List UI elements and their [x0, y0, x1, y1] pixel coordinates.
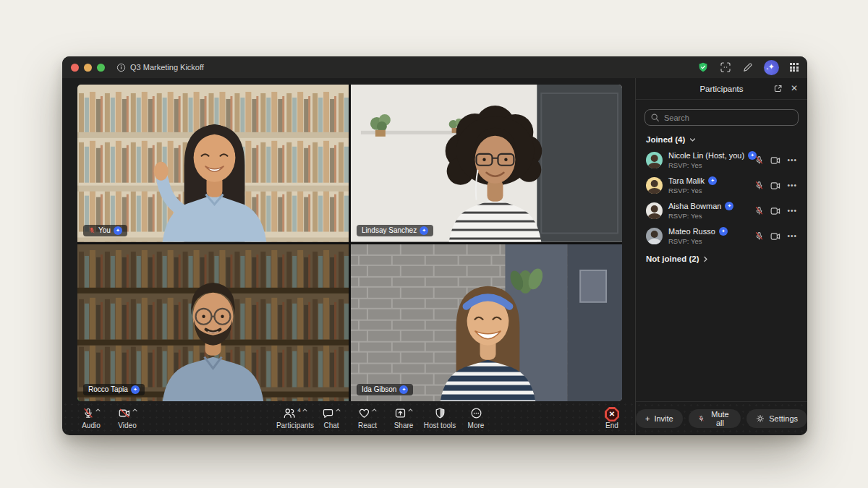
participant-info: Tara Malik✦ RSVP: Yes — [668, 176, 749, 194]
name-tag: Rocco Tapia ✦ — [83, 384, 145, 395]
workspace-badge-icon: ✦ — [131, 385, 140, 394]
main-area: You ✦ — [62, 78, 635, 435]
popout-icon[interactable] — [773, 84, 783, 95]
video-scene-bookshelf-dark — [77, 244, 349, 402]
video-label: Video — [118, 421, 136, 429]
host-tools-label: Host tools — [424, 421, 456, 429]
traffic-light-zoom[interactable] — [97, 64, 105, 72]
more-options-icon[interactable]: ••• — [787, 181, 797, 189]
settings-button[interactable]: Settings — [746, 409, 807, 428]
ai-companion-icon[interactable]: ✦ ✦ — [764, 60, 779, 75]
camera-icon[interactable] — [770, 181, 780, 190]
audio-label: Audio — [82, 421, 101, 429]
capture-icon[interactable] — [720, 61, 731, 73]
participant-row: Mateo Russo✦ RSVP: Yes ••• — [636, 223, 807, 249]
video-grid: You ✦ — [77, 85, 622, 401]
apps-grid-icon[interactable] — [790, 63, 799, 72]
muted-mic-icon[interactable] — [754, 181, 764, 190]
camera-icon[interactable] — [770, 156, 780, 165]
search-box — [644, 109, 799, 126]
rsvp-status: RSVP: Yes — [668, 161, 749, 169]
more-button[interactable]: More — [459, 406, 493, 431]
workspace-badge-icon: ✦ — [725, 202, 733, 210]
more-options-icon[interactable]: ••• — [787, 232, 797, 240]
chevron-up-icon[interactable] — [372, 408, 377, 412]
window-body: You ✦ — [62, 78, 807, 435]
share-label: Share — [394, 421, 414, 429]
participant-name-label: Lindsay Sanchez — [362, 226, 417, 235]
participant-controls: ••• — [754, 155, 797, 165]
participants-label: Participants — [276, 421, 314, 429]
chat-label: Chat — [323, 421, 339, 429]
security-shield-icon[interactable] — [697, 61, 709, 73]
chevron-up-icon[interactable] — [132, 408, 137, 412]
muted-mic-icon — [82, 407, 94, 419]
participant-info: Mateo Russo✦ RSVP: Yes — [668, 227, 749, 245]
name-tag: You ✦ — [83, 225, 127, 236]
invite-label: Invite — [654, 414, 673, 423]
traffic-light-minimize[interactable] — [84, 64, 92, 72]
workspace-badge-icon: ✦ — [420, 226, 428, 235]
workspace-badge-icon: ✦ — [719, 227, 728, 236]
video-tile-ida[interactable]: Ida Gibson ✦ — [351, 244, 622, 402]
video-button[interactable]: Video — [110, 406, 145, 431]
camera-icon[interactable] — [770, 207, 780, 215]
chevron-up-icon[interactable] — [408, 408, 413, 412]
toolbar-center-group: 4 Participants Chat — [278, 406, 493, 431]
more-options-icon[interactable]: ••• — [787, 207, 797, 215]
annotate-pencil-icon[interactable] — [742, 62, 753, 73]
react-button[interactable]: React — [350, 406, 385, 431]
video-tile-rocco[interactable]: Rocco Tapia ✦ — [77, 244, 349, 402]
participant-list: Nicole Lin (Host, you)✦ RSVP: Yes ••• Ta… — [636, 147, 807, 249]
workspace-badge-icon: ✦ — [399, 385, 408, 394]
close-icon[interactable]: ✕ — [791, 83, 798, 93]
participant-controls: ••• — [754, 231, 797, 241]
invite-button[interactable]: + Invite — [636, 409, 683, 428]
muted-mic-icon[interactable] — [754, 231, 764, 241]
camera-icon[interactable] — [770, 232, 780, 241]
more-options-icon[interactable]: ••• — [787, 156, 797, 164]
share-button[interactable]: Share — [386, 406, 421, 431]
end-meeting-button[interactable]: ✕ End — [595, 406, 629, 431]
participant-controls: ••• — [754, 206, 797, 215]
muted-mic-icon[interactable] — [754, 206, 764, 215]
chevron-right-icon — [703, 256, 708, 262]
titlebar-actions: ✦ ✦ — [697, 60, 799, 75]
participants-button[interactable]: 4 Participants — [278, 406, 312, 431]
not-joined-section-header[interactable]: Not joined (2) — [646, 254, 797, 263]
joined-header-label: Joined (4) — [646, 135, 685, 144]
name-tag: Lindsay Sanchez ✦ — [357, 225, 433, 236]
video-tile-lindsay[interactable]: Lindsay Sanchez ✦ — [351, 85, 622, 242]
chevron-up-icon[interactable] — [336, 408, 341, 412]
video-off-icon — [118, 407, 131, 419]
end-octagon-icon: ✕ — [605, 407, 619, 421]
more-ellipsis-icon — [470, 407, 482, 419]
chat-button[interactable]: Chat — [314, 406, 349, 431]
video-tile-you[interactable]: You ✦ — [77, 85, 349, 242]
participants-icon — [283, 407, 296, 419]
meeting-window: Q3 Marketing Kickoff ✦ ✦ — [62, 56, 807, 435]
rsvp-status: RSVP: Yes — [668, 187, 749, 194]
mute-all-button[interactable]: Mute all — [689, 409, 741, 428]
audio-button[interactable]: Audio — [74, 406, 109, 431]
joined-section-header[interactable]: Joined (4) — [646, 135, 797, 144]
muted-mic-icon[interactable] — [754, 155, 764, 165]
heart-icon — [358, 407, 370, 419]
host-tools-button[interactable]: Host tools — [422, 406, 457, 431]
chevron-up-icon[interactable] — [302, 408, 307, 412]
participant-name-label: Rocco Tapia — [88, 385, 128, 394]
workspace-badge-icon: ✦ — [114, 226, 122, 235]
traffic-light-close[interactable] — [71, 64, 79, 72]
avatar — [646, 152, 663, 168]
participants-panel: Participants ✕ Joined (4) Nicole Lin (Ho — [635, 78, 807, 435]
search-input[interactable] — [644, 109, 799, 126]
participant-controls: ••• — [754, 181, 797, 190]
info-icon[interactable] — [116, 63, 126, 72]
meeting-title: Q3 Marketing Kickoff — [130, 63, 204, 72]
participant-name-label: You — [98, 226, 111, 235]
video-scene-brick-wall — [351, 244, 622, 402]
more-label: More — [468, 421, 485, 429]
chevron-up-icon[interactable] — [95, 408, 101, 412]
participant-name-label: Ida Gibson — [362, 385, 396, 394]
participant-info: Aisha Bowman✦ RSVP: Yes — [668, 202, 749, 220]
